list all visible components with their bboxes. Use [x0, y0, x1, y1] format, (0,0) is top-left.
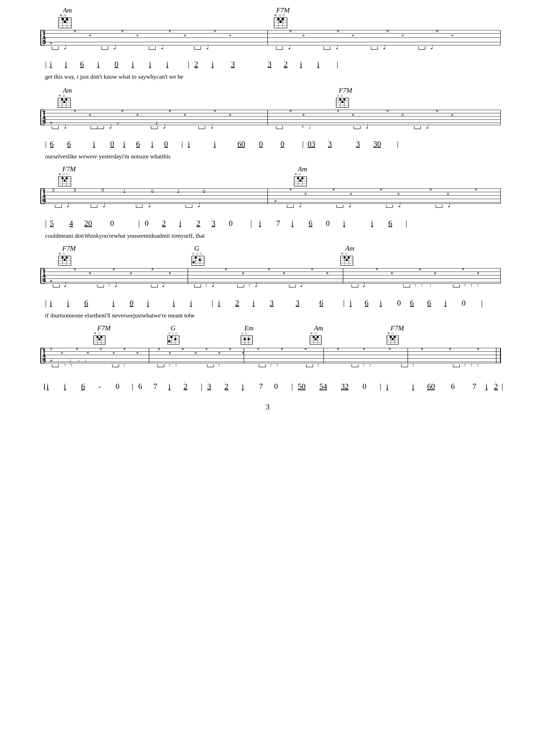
- svg-text:if ihurtsomeone elsetheni'll  : if ihurtsomeone elsetheni'll neverseejus…: [45, 312, 195, 319]
- svg-text:0: 0: [362, 382, 366, 391]
- svg-text:○: ○: [341, 93, 343, 98]
- svg-text:↑: ↑: [477, 362, 479, 368]
- svg-point-245: [301, 177, 303, 179]
- svg-text:○: ○: [66, 172, 69, 176]
- svg-text:i: i: [242, 382, 244, 391]
- svg-text:0: 0: [462, 299, 465, 307]
- svg-text:×: ×: [60, 13, 62, 18]
- svg-text:×: ×: [449, 346, 452, 352]
- svg-text:×: ×: [94, 331, 97, 336]
- svg-text:○: ○: [62, 93, 65, 98]
- svg-text:×: ×: [112, 267, 115, 272]
- svg-text:i: i: [179, 219, 181, 228]
- svg-text:×: ×: [337, 28, 339, 34]
- svg-text:×: ×: [112, 350, 115, 356]
- svg-text:·: ·: [211, 216, 212, 221]
- svg-text:♩: ♩: [383, 44, 386, 50]
- svg-text:7: 7: [259, 382, 263, 391]
- svg-text:×: ×: [224, 267, 227, 272]
- svg-text:×: ×: [387, 331, 390, 336]
- svg-text:×: ×: [168, 28, 171, 34]
- svg-text:6: 6: [136, 140, 140, 148]
- svg-text:i: i: [218, 299, 220, 307]
- svg-text:|: |: [337, 60, 338, 68]
- svg-text:×: ×: [362, 346, 365, 352]
- svg-text:i: i: [259, 219, 261, 228]
- svg-text:6: 6: [50, 140, 54, 148]
- svg-text:i: i: [211, 60, 214, 68]
- svg-text:○: ○: [282, 13, 285, 18]
- svg-text:×: ×: [352, 33, 354, 38]
- svg-text:|: |: [138, 219, 140, 228]
- svg-text:6: 6: [365, 299, 369, 307]
- svg-text:×: ×: [181, 346, 184, 352]
- svg-text:×: ×: [304, 191, 307, 197]
- svg-text:↑: ↑: [108, 283, 110, 288]
- svg-text:×: ×: [304, 346, 307, 352]
- svg-point-372: [348, 256, 350, 258]
- svg-text:×: ×: [350, 191, 352, 197]
- svg-point-526: [315, 338, 317, 340]
- svg-text:×: ×: [50, 40, 53, 46]
- svg-text:×: ×: [242, 350, 244, 356]
- svg-text:i: i: [151, 140, 153, 148]
- page: Am × ○ F7M × ○ ○: [0, 0, 535, 756]
- svg-text:×: ×: [257, 346, 260, 352]
- svg-text:×: ×: [123, 346, 126, 352]
- svg-text:♩: ♩: [67, 202, 70, 208]
- svg-text:♩: ♩: [431, 44, 433, 50]
- svg-point-133: [341, 101, 344, 103]
- svg-point-514: [247, 338, 250, 340]
- svg-text:×: ×: [436, 28, 438, 34]
- svg-text:○: ○: [196, 251, 199, 256]
- svg-text:·: ·: [328, 137, 329, 142]
- svg-text:×: ×: [397, 191, 400, 197]
- svg-text:×: ×: [229, 346, 232, 352]
- svg-text:3: 3: [231, 60, 235, 68]
- svg-point-346: [62, 256, 64, 258]
- svg-point-24: [281, 18, 284, 20]
- svg-text:×: ×: [73, 108, 76, 114]
- svg-text:↑: ↑: [205, 283, 208, 288]
- svg-text:·: ·: [356, 137, 357, 142]
- svg-text:i: i: [444, 299, 447, 307]
- svg-text:○: ○: [62, 251, 65, 256]
- svg-text:30: 30: [373, 140, 381, 148]
- svg-text:↑: ↑: [64, 362, 66, 368]
- svg-text:7: 7: [153, 382, 157, 391]
- svg-text:×: ×: [401, 33, 404, 38]
- svg-point-348: [64, 259, 66, 261]
- svg-text:♩: ♩: [162, 282, 165, 288]
- svg-text:|: |: [211, 299, 213, 307]
- svg-text:↑: ↑: [168, 362, 171, 368]
- svg-text:○: ○: [337, 93, 339, 98]
- svg-point-244: [297, 177, 299, 179]
- svg-text:i: i: [50, 60, 52, 68]
- svg-text:6: 6: [410, 299, 414, 307]
- svg-text:↑: ↑: [412, 362, 414, 368]
- svg-text:×: ×: [326, 270, 329, 276]
- svg-point-121: [63, 101, 65, 103]
- svg-text:i: i: [386, 382, 388, 391]
- svg-text:50: 50: [298, 382, 306, 391]
- svg-text:i: i: [188, 140, 190, 148]
- svg-text:i: i: [97, 60, 99, 68]
- svg-text:×: ×: [218, 350, 221, 356]
- svg-text:○: ○: [391, 331, 394, 336]
- svg-text:↑: ↑: [276, 362, 279, 368]
- svg-text:i: i: [371, 219, 373, 228]
- svg-text:↑: ↑: [477, 283, 479, 288]
- svg-text:|: |: [45, 299, 46, 307]
- svg-text:♩: ♩: [64, 44, 67, 50]
- svg-text:↑: ↑: [421, 283, 423, 288]
- svg-text:○: ○: [168, 331, 171, 336]
- svg-text:×: ×: [168, 350, 171, 356]
- svg-text:○: ○: [298, 172, 301, 176]
- svg-text:♩: ♩: [64, 123, 67, 130]
- svg-point-119: [61, 98, 63, 101]
- svg-text:|: |: [397, 140, 399, 148]
- svg-text:♩: ♩: [64, 282, 67, 288]
- svg-text:0: 0: [281, 140, 284, 148]
- svg-text:×: ×: [168, 270, 171, 276]
- svg-text:6: 6: [319, 299, 323, 307]
